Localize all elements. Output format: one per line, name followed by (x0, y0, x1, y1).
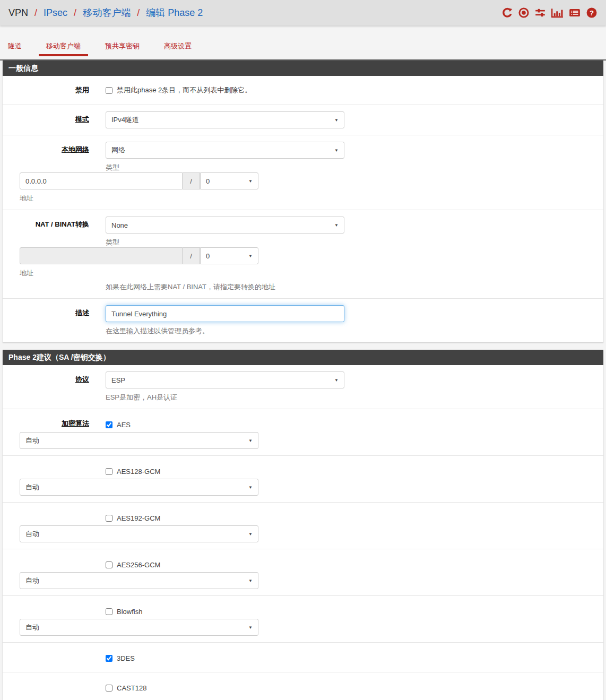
disable-checkbox[interactable] (106, 87, 112, 94)
enc-aes256gcm-label: AES256-GCM (117, 561, 160, 569)
row-protocol: 协议 ESP ▼ ESP是加密，AH是认证 (3, 365, 603, 409)
panel-general-title: 一般信息 (3, 61, 603, 76)
row-description: 描述 在这里输入描述以供管理员参考。 (3, 298, 603, 342)
chevron-down-icon: ▼ (334, 223, 339, 228)
bar-chart-icon[interactable] (551, 7, 564, 19)
list-icon[interactable] (568, 7, 581, 19)
slash-separator: / (183, 247, 200, 264)
panel-phase2-proposal: Phase 2建议（SA /密钥交换） 协议 ESP ▼ ESP是加密，AH是认… (3, 350, 603, 700)
chevron-down-icon: ▼ (248, 532, 253, 537)
breadcrumb-link-edit-phase2[interactable]: 编辑 Phase 2 (146, 7, 203, 18)
local-network-prefix-select[interactable]: 0 ▼ (200, 172, 258, 189)
nat-address-input (20, 247, 183, 264)
row-encryption-aes128gcm: AES128-GCM 自动 ▼ (3, 455, 603, 502)
enc-cast128-label: CAST128 (117, 684, 146, 692)
description-help: 在这里输入描述以供管理员参考。 (106, 326, 344, 336)
tab-preshared-keys[interactable]: 预共享密钥 (98, 37, 147, 59)
local-network-prefix-value: 0 (206, 177, 210, 185)
enc-aes128gcm-keylen-select[interactable]: 自动 ▼ (20, 479, 258, 496)
nat-type-select[interactable]: None ▼ (106, 217, 344, 234)
redo-icon[interactable] (501, 7, 513, 19)
row-disable: 禁用 禁用此phase 2条目，而不从列表中删除它。 (3, 76, 603, 105)
local-network-type-help: 类型 (106, 163, 344, 172)
mode-label: 模式 (75, 115, 89, 123)
enc-aes256gcm-checkbox[interactable] (106, 561, 112, 568)
enc-aes192gcm-keylen-value: 自动 (25, 529, 39, 539)
protocol-label: 协议 (75, 375, 89, 383)
disable-label: 禁用 (3, 82, 106, 98)
row-encryption-cast128: CAST128 选择3DES实现最佳兼容性或硬件加密加速卡。 Blowfish通… (3, 672, 603, 700)
tab-mobile-clients[interactable]: 移动客户端 (39, 37, 88, 59)
nat-prefix-select[interactable]: 0 ▼ (200, 247, 258, 264)
nat-type-value: None (111, 221, 128, 229)
protocol-help: ESP是加密，AH是认证 (106, 393, 344, 402)
nat-prefix-value: 0 (206, 252, 210, 260)
enc-aes128gcm-line: AES128-GCM (106, 464, 160, 479)
enc-cast128-line: CAST128 (106, 681, 146, 695)
enc-cast128-checkbox[interactable] (106, 685, 112, 692)
enc-blowfish-keylen-select[interactable]: 自动 ▼ (20, 619, 258, 636)
enc-aes192gcm-checkbox[interactable] (106, 515, 112, 522)
disable-checkbox-text: 禁用此phase 2条目，而不从列表中删除它。 (117, 85, 252, 95)
enc-3des-label: 3DES (117, 654, 135, 662)
chevron-down-icon: ▼ (248, 438, 253, 443)
header-bar: VPN / IPsec / 移动客户端 / 编辑 Phase 2 (0, 0, 606, 25)
chevron-down-icon: ▼ (248, 578, 253, 583)
help-icon[interactable]: ? (586, 7, 598, 19)
local-network-address-input[interactable] (20, 172, 183, 189)
breadcrumb-root: VPN (8, 7, 28, 18)
row-encryption-aes192gcm: AES192-GCM 自动 ▼ (3, 502, 603, 549)
encryption-label: 加密算法 (62, 419, 89, 427)
enc-3des-checkbox[interactable] (106, 655, 112, 662)
tab-bar: 隧道 移动客户端 预共享密钥 高级设置 (0, 25, 606, 61)
enc-blowfish-checkbox[interactable] (106, 608, 112, 615)
local-network-label: 本地网络 (62, 145, 89, 153)
chevron-down-icon: ▼ (248, 179, 253, 184)
enc-3des-line: 3DES (106, 651, 135, 666)
local-network-type-select[interactable]: 网络 ▼ (106, 142, 344, 159)
enc-aes-line: AES (106, 418, 131, 432)
sliders-icon[interactable] (534, 7, 546, 19)
protocol-select[interactable]: ESP ▼ (106, 371, 344, 388)
enc-aes192gcm-label: AES192-GCM (117, 514, 160, 522)
breadcrumb-link-mobile[interactable]: 移动客户端 (83, 7, 131, 18)
enc-aes-checkbox[interactable] (106, 421, 112, 428)
enc-aes128gcm-keylen-value: 自动 (25, 482, 39, 492)
mode-select[interactable]: IPv4隧道 ▼ (106, 111, 344, 128)
row-nat-binat: NAT / BINAT转换 None ▼ 类型 / 0 ▼ 地址 (3, 210, 603, 298)
row-mode: 模式 IPv4隧道 ▼ (3, 105, 603, 135)
slash-separator: / (183, 172, 200, 189)
nat-note: 如果在此网络上需要NAT / BINAT，请指定要转换的地址 (3, 282, 598, 292)
enc-blowfish-label: Blowfish (117, 608, 142, 616)
chevron-down-icon: ▼ (334, 148, 339, 153)
local-network-type-value: 网络 (111, 145, 125, 155)
breadcrumb-separator: / (137, 7, 140, 18)
chevron-down-icon: ▼ (248, 485, 253, 490)
tab-advanced-settings[interactable]: 高级设置 (157, 37, 199, 59)
row-encryption-blowfish: Blowfish 自动 ▼ (3, 595, 603, 642)
description-label: 描述 (3, 305, 106, 336)
row-encryption-aes: 加密算法 AES 自动 ▼ (3, 409, 603, 455)
nat-binat-label: NAT / BINAT转换 (3, 217, 106, 247)
breadcrumb-separator: / (74, 7, 76, 18)
record-icon[interactable] (518, 7, 530, 19)
nat-address-help: 地址 (20, 269, 258, 278)
chevron-down-icon: ▼ (248, 625, 253, 630)
row-local-network: 本地网络 网络 ▼ 类型 / 0 ▼ 地址 (3, 135, 603, 210)
enc-aes256gcm-keylen-select[interactable]: 自动 ▼ (20, 572, 258, 589)
disable-checkbox-line: 禁用此phase 2条目，而不从列表中删除它。 (106, 82, 344, 98)
panel-phase2-title: Phase 2建议（SA /密钥交换） (3, 350, 603, 365)
enc-aes192gcm-keylen-select[interactable]: 自动 ▼ (20, 525, 258, 542)
enc-aes256gcm-keylen-value: 自动 (25, 576, 39, 585)
enc-aes128gcm-checkbox[interactable] (106, 468, 112, 475)
description-input[interactable] (106, 305, 344, 322)
breadcrumb-link-ipsec[interactable]: IPsec (44, 7, 67, 18)
enc-aes-keylen-select[interactable]: 自动 ▼ (20, 432, 258, 449)
enc-aes256gcm-line: AES256-GCM (106, 558, 160, 572)
local-network-address-help: 地址 (20, 194, 258, 203)
enc-aes-label: AES (117, 421, 131, 429)
breadcrumb: VPN / IPsec / 移动客户端 / 编辑 Phase 2 (8, 6, 203, 19)
chevron-down-icon: ▼ (248, 254, 253, 258)
enc-aes-keylen-value: 自动 (25, 436, 39, 445)
tab-tunnels[interactable]: 隧道 (1, 37, 29, 59)
